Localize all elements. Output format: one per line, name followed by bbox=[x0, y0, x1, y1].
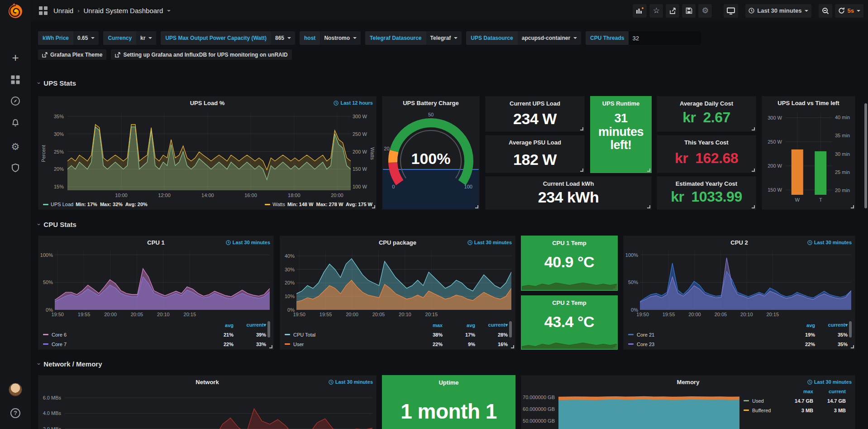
variable-ups-datasource[interactable]: UPS Datasourceapcupsd-container bbox=[466, 31, 581, 45]
panel-resize-handle[interactable] bbox=[851, 345, 854, 348]
legend-sort-header[interactable]: max bbox=[781, 389, 813, 394]
panel-title[interactable]: UPS Battery Charge bbox=[386, 100, 476, 106]
link-grafana-plex-theme[interactable]: Grafana Plex Theme bbox=[38, 49, 106, 60]
refresh-button[interactable]: 5s bbox=[835, 4, 863, 18]
panel-resize-handle[interactable] bbox=[647, 169, 650, 172]
legend-scrollbar[interactable] bbox=[509, 321, 512, 337]
legend-sort-header[interactable]: avg bbox=[782, 323, 815, 328]
configuration-gear-icon[interactable]: ⚙ bbox=[11, 142, 20, 151]
page-scrollbar[interactable] bbox=[864, 103, 867, 208]
create-plus-icon[interactable]: + bbox=[12, 53, 19, 62]
panel-title[interactable]: Network bbox=[52, 379, 362, 386]
time-range-picker[interactable]: Last 30 minutes bbox=[745, 4, 811, 18]
stat-title[interactable]: CPU 2 Temp bbox=[523, 299, 615, 306]
legend-series-name[interactable]: Core 23 bbox=[628, 342, 782, 347]
panel-title[interactable]: UPS Load % bbox=[52, 100, 362, 106]
legend-sort-header[interactable]: current▾ bbox=[815, 322, 848, 328]
add-panel-button[interactable] bbox=[633, 4, 647, 18]
help-icon[interactable]: ? bbox=[10, 408, 20, 418]
legend-sort-header[interactable]: current▾ bbox=[234, 322, 266, 328]
legend-series-name[interactable]: Core 7 bbox=[43, 342, 201, 347]
grafana-logo-icon[interactable] bbox=[6, 2, 24, 22]
panel-resize-handle[interactable] bbox=[752, 169, 755, 172]
stat-title[interactable]: Average PSU Load bbox=[487, 139, 582, 146]
memory-chart[interactable] bbox=[558, 390, 739, 429]
settings-gear-icon[interactable]: ⚙ bbox=[698, 4, 712, 18]
legend-sort-header[interactable]: max bbox=[410, 323, 443, 328]
breadcrumb-dashboard-title[interactable]: Unraid System Dashboard bbox=[84, 7, 163, 14]
panel-title[interactable]: UPS Load vs Time left bbox=[765, 100, 852, 106]
explore-compass-icon[interactable] bbox=[10, 96, 20, 108]
stat-title[interactable]: Estimated Yearly Cost bbox=[659, 180, 754, 187]
time-range-badge[interactable]: Last 30 minutes bbox=[329, 379, 373, 385]
server-admin-shield-icon[interactable] bbox=[11, 163, 20, 174]
panel-resize-handle[interactable] bbox=[269, 345, 272, 348]
stat-title[interactable]: Average Daily Cost bbox=[659, 100, 754, 107]
load-vs-time-bar-chart[interactable] bbox=[786, 113, 832, 195]
save-button[interactable] bbox=[682, 4, 696, 18]
network-chart[interactable] bbox=[65, 390, 372, 429]
variable-currency[interactable]: Currencykr bbox=[103, 31, 156, 45]
cpu-package-chart[interactable] bbox=[296, 251, 511, 310]
panel-resize-handle[interactable] bbox=[647, 205, 650, 208]
section-ups-stats[interactable]: ›UPS Stats bbox=[38, 79, 76, 87]
link-ups-monitoring-guide[interactable]: Setting up Grafana and InfluxDB for UPS … bbox=[111, 49, 291, 60]
stat-title[interactable]: UPS Runtime bbox=[592, 100, 649, 107]
panel-resize-handle[interactable] bbox=[580, 127, 583, 130]
legend-sort-header[interactable]: avg bbox=[443, 323, 475, 328]
legend-series-name[interactable]: Buffered bbox=[744, 408, 781, 413]
share-button[interactable] bbox=[666, 4, 679, 18]
tv-kiosk-button[interactable] bbox=[724, 4, 738, 18]
legend-series-name[interactable]: User bbox=[285, 342, 410, 347]
ups-load-chart[interactable] bbox=[67, 113, 351, 190]
stat-title[interactable]: Current Load kWh bbox=[487, 180, 649, 187]
time-range-badge[interactable]: Last 30 minutes bbox=[226, 240, 270, 245]
cpu1-chart[interactable] bbox=[55, 251, 270, 310]
cpu-threads-input[interactable] bbox=[629, 31, 701, 45]
dashboard-grid-icon[interactable] bbox=[39, 6, 48, 15]
legend-series-name[interactable]: Core 6 bbox=[43, 332, 201, 337]
variable-ups-max-output[interactable]: UPS Max Output Power Capacity (Watt)865 bbox=[161, 31, 295, 45]
panel-resize-handle[interactable] bbox=[372, 205, 375, 208]
stat-title[interactable]: Current UPS Load bbox=[487, 100, 582, 107]
svg-text:0: 0 bbox=[392, 184, 395, 189]
panel-title[interactable]: Memory bbox=[535, 379, 841, 386]
legend-sort-header[interactable]: current bbox=[813, 389, 846, 394]
legend-item[interactable]: UPS LoadMin: 17% Max: 32% Avg: 20% bbox=[43, 202, 148, 207]
panel-resize-handle[interactable] bbox=[752, 127, 755, 130]
time-range-badge[interactable]: Last 30 minutes bbox=[807, 379, 852, 385]
time-range-badge[interactable]: Last 12 hours bbox=[334, 100, 373, 106]
stat-title[interactable]: CPU 1 Temp bbox=[523, 240, 615, 246]
stat-title[interactable]: Uptime bbox=[384, 379, 513, 386]
panel-resize-handle[interactable] bbox=[511, 345, 514, 348]
star-button[interactable]: ☆ bbox=[649, 4, 663, 18]
legend-sort-header[interactable]: avg bbox=[201, 323, 234, 328]
alerting-bell-icon[interactable] bbox=[11, 119, 20, 130]
zoom-out-button[interactable] bbox=[819, 4, 832, 18]
stat-title[interactable]: This Years Cost bbox=[659, 139, 754, 146]
legend-scrollbar[interactable] bbox=[849, 321, 852, 337]
section-cpu-stats[interactable]: ›CPU Stats bbox=[38, 221, 76, 228]
legend-item[interactable]: WattsMin: 148 W Max: 278 W Avg: 175 W bbox=[265, 202, 372, 207]
legend-scrollbar[interactable] bbox=[267, 321, 270, 337]
legend-series-name[interactable]: Core 21 bbox=[628, 332, 782, 337]
panel-resize-handle[interactable] bbox=[851, 205, 854, 208]
legend-series-name[interactable]: Used bbox=[744, 398, 781, 404]
user-avatar[interactable] bbox=[9, 383, 22, 396]
section-network-memory[interactable]: ›Network / Memory bbox=[38, 360, 102, 368]
time-range-badge[interactable]: Last 30 minutes bbox=[467, 240, 512, 245]
legend-sort-header[interactable]: current▾ bbox=[475, 322, 508, 328]
refresh-interval-label[interactable]: 5s bbox=[848, 7, 854, 14]
panel-resize-handle[interactable] bbox=[475, 205, 478, 208]
breadcrumb-folder[interactable]: Unraid bbox=[53, 7, 73, 14]
variable-host[interactable]: hostNostromo bbox=[300, 31, 361, 45]
variable-kwh-price[interactable]: kWh Price0.65 bbox=[38, 31, 99, 45]
cpu2-chart[interactable] bbox=[640, 251, 851, 310]
panel-resize-handle[interactable] bbox=[752, 205, 755, 208]
panel-resize-handle[interactable] bbox=[580, 169, 583, 172]
breadcrumb-caret-icon[interactable] bbox=[167, 10, 171, 12]
variable-telegraf-datasource[interactable]: Telegraf DatasourceTelegraf bbox=[365, 31, 462, 45]
time-range-badge[interactable]: Last 30 minutes bbox=[807, 240, 852, 245]
legend-series-name[interactable]: CPU Total bbox=[285, 332, 410, 337]
dashboards-icon[interactable] bbox=[11, 76, 20, 84]
